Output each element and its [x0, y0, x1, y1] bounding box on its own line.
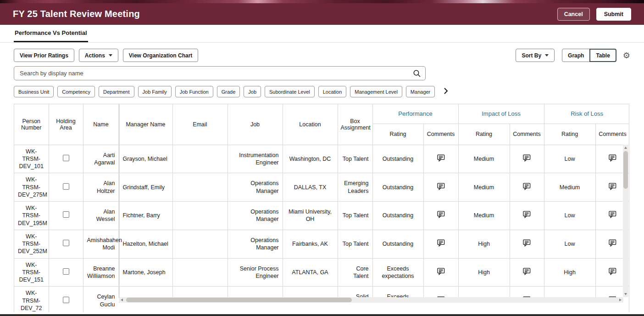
actions-label: Actions: [85, 52, 105, 59]
comments-icon[interactable]: [609, 183, 616, 192]
column-header-impact-rating[interactable]: Rating: [458, 124, 510, 145]
search-icon[interactable]: [413, 69, 421, 79]
search-box: [14, 66, 426, 80]
filter-chip-business-unit[interactable]: Business Unit: [14, 86, 54, 97]
filter-chip-management-level[interactable]: Management Level: [350, 86, 402, 97]
cell-person-number: WK-TRSM-DEV_151: [14, 258, 49, 287]
comments-icon[interactable]: [437, 154, 445, 164]
comments-icon[interactable]: [523, 183, 531, 192]
scroll-right-arrow-icon[interactable]: [619, 299, 622, 301]
column-header-box-assignment[interactable]: Box Assignment: [338, 104, 372, 145]
column-group-risk-of-loss: Risk of Loss: [544, 104, 629, 124]
comments-icon[interactable]: [609, 211, 616, 220]
holding-area-checkbox[interactable]: [63, 183, 69, 190]
app-header: FY 25 Talent Review Meeting Cancel Submi…: [0, 3, 644, 25]
filter-chip-subordinate-level[interactable]: Subordinate Level: [265, 86, 315, 97]
cell-impact-rating: Medium: [458, 202, 510, 230]
submit-button[interactable]: Submit: [596, 8, 631, 21]
cell-box-assignment: Top Talent: [338, 145, 372, 173]
cell-holding-area: [49, 173, 83, 202]
cell-performance-rating: Outstanding: [372, 173, 423, 202]
cell-person-number: WK-TRSM-DEV_275M: [14, 173, 49, 202]
cell-impact-comments: [510, 258, 544, 287]
search-input[interactable]: [14, 66, 426, 80]
comments-icon[interactable]: [437, 239, 445, 248]
column-header-manager-name[interactable]: Manager Name: [119, 104, 172, 145]
holding-area-checkbox[interactable]: [63, 268, 69, 275]
settings-gear-button[interactable]: ⚙: [623, 51, 630, 60]
holding-area-checkbox[interactable]: [63, 155, 69, 161]
holding-area-checkbox[interactable]: [63, 211, 69, 218]
filter-chip-job[interactable]: Job: [244, 86, 261, 97]
scroll-left-arrow-icon[interactable]: [121, 299, 123, 301]
cell-name: Amishabahen Modi: [83, 230, 119, 258]
caret-down-icon: [545, 54, 549, 56]
column-header-name[interactable]: Name: [83, 104, 119, 145]
cell-holding-area: [49, 145, 83, 173]
comments-icon[interactable]: [523, 239, 531, 248]
column-header-email[interactable]: Email: [172, 104, 228, 145]
holding-area-checkbox[interactable]: [63, 240, 69, 246]
cell-impact-comments: [510, 230, 544, 258]
graph-view-button[interactable]: Graph: [562, 49, 590, 62]
column-header-risk-rating[interactable]: Rating: [544, 124, 595, 145]
search-row: [14, 66, 630, 80]
filter-chip-competency[interactable]: Competency: [57, 86, 95, 97]
filter-chip-manager[interactable]: Manager: [406, 86, 435, 97]
column-header-location[interactable]: Location: [283, 104, 338, 145]
cell-box-assignment: Emerging Leaders: [338, 173, 372, 202]
filters-overflow-chevron[interactable]: [443, 87, 449, 96]
column-header-person-number[interactable]: Person Number: [14, 104, 49, 145]
comments-icon[interactable]: [523, 154, 531, 164]
horizontal-scrollbar-thumb[interactable]: [126, 298, 352, 302]
column-header-holding-area[interactable]: Holding Area: [49, 104, 83, 145]
column-header-performance-rating[interactable]: Rating: [372, 124, 423, 145]
tab-performance-vs-potential[interactable]: Performance Vs Potential: [14, 25, 88, 42]
comments-icon[interactable]: [523, 211, 531, 220]
cell-impact-rating: High: [458, 258, 510, 287]
scroll-down-arrow-icon[interactable]: [624, 293, 627, 295]
cancel-button[interactable]: Cancel: [557, 8, 590, 21]
comments-icon[interactable]: [609, 239, 616, 248]
cell-email: [172, 173, 228, 202]
page-title: FY 25 Talent Review Meeting: [13, 9, 557, 19]
toolbar: View Prior Ratings Actions View Organiza…: [14, 49, 630, 62]
cell-impact-rating: High: [458, 230, 510, 258]
column-header-job[interactable]: Job: [228, 104, 283, 145]
comments-icon[interactable]: [609, 154, 616, 164]
filter-chip-department[interactable]: Department: [99, 86, 134, 97]
cell-performance-comments: [423, 173, 458, 202]
header-actions: Cancel Submit: [557, 8, 631, 21]
cell-performance-comments: [423, 202, 458, 230]
view-toggle: Graph Table: [562, 49, 616, 62]
view-prior-ratings-button[interactable]: View Prior Ratings: [14, 49, 74, 62]
filter-chip-grade[interactable]: Grade: [217, 86, 240, 97]
column-header-risk-comments[interactable]: Comments: [595, 124, 629, 145]
comments-icon[interactable]: [437, 183, 445, 192]
cell-risk-rating: Low: [544, 202, 595, 230]
scroll-up-arrow-icon[interactable]: [624, 147, 627, 149]
actions-button[interactable]: Actions: [79, 49, 118, 62]
vertical-scrollbar-thumb[interactable]: [623, 151, 628, 189]
holding-area-checkbox[interactable]: [63, 297, 69, 303]
filter-chip-job-family[interactable]: Job Family: [138, 86, 172, 97]
comments-icon[interactable]: [437, 268, 445, 277]
gear-icon: ⚙: [623, 51, 630, 60]
column-header-impact-comments[interactable]: Comments: [510, 124, 544, 145]
cell-performance-comments: [423, 145, 458, 173]
cell-location: Fairbanks, AK: [283, 230, 338, 258]
cell-holding-area: [49, 202, 83, 230]
view-organization-chart-button[interactable]: View Organization Chart: [123, 49, 198, 62]
cell-impact-comments: [510, 145, 544, 173]
comments-icon[interactable]: [609, 268, 616, 277]
table-view-button[interactable]: Table: [589, 49, 616, 62]
filter-chip-job-function[interactable]: Job Function: [175, 86, 213, 97]
sort-by-button[interactable]: Sort By: [516, 49, 555, 62]
cell-performance-comments: [423, 258, 458, 287]
column-header-performance-comments[interactable]: Comments: [423, 124, 458, 145]
comments-icon[interactable]: [437, 211, 445, 220]
filter-chip-location[interactable]: Location: [318, 86, 347, 97]
horizontal-scrollbar[interactable]: [119, 297, 623, 303]
vertical-scrollbar[interactable]: [623, 145, 628, 297]
comments-icon[interactable]: [523, 268, 531, 277]
